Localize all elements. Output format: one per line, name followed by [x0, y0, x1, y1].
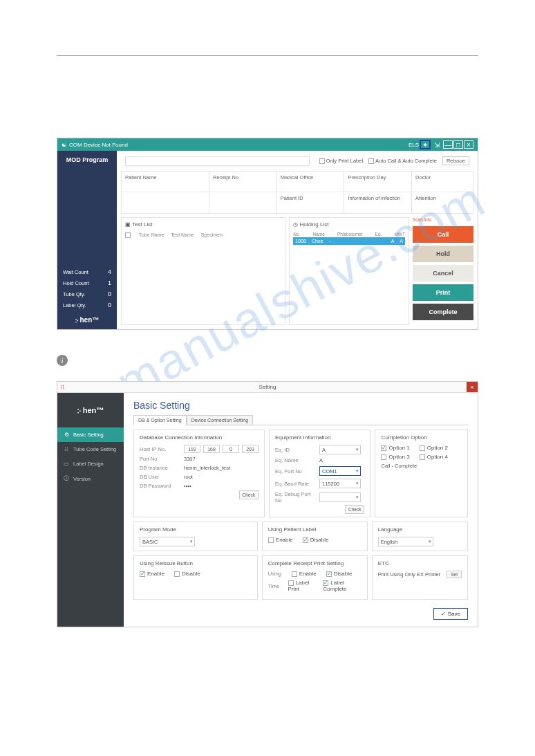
sidebar: MOD Program Wait Count4 Hold Count1 Tube…	[57, 151, 117, 329]
etc-card: ETC Print Using Only EX Printer Set	[372, 555, 468, 600]
select-all-checkbox[interactable]	[125, 232, 131, 238]
nav-label-design[interactable]: ▭Label Design	[57, 457, 124, 471]
info-icon: ⓘ	[63, 475, 70, 482]
holding-list-row[interactable]: 1008Choe-AA	[293, 237, 405, 245]
option3-checkbox[interactable]: Option 3	[381, 454, 409, 460]
db-connection-card: Database Connection Information Host IP …	[133, 430, 265, 517]
receipt-print-card: Complete Receipt Print Setting Using Ena…	[262, 555, 368, 600]
crps-enable-checkbox[interactable]: Enable	[292, 571, 317, 577]
stat-tube: Tube Qty.0	[57, 288, 117, 299]
close-icon[interactable]: ×	[467, 382, 478, 392]
user-value[interactable]: root	[184, 474, 193, 480]
option4-checkbox[interactable]: Option 4	[420, 454, 448, 460]
close-icon[interactable]: ×	[464, 140, 473, 149]
nav-tube-code[interactable]: ⁝⁝Tube Code Setting	[57, 442, 124, 457]
save-button[interactable]: Save	[433, 608, 468, 620]
reissue-button-card: Using Reissue Button Enable Disable	[133, 555, 258, 600]
stat-hold: Hold Count1	[57, 277, 117, 288]
program-mode-select[interactable]: BASIC	[140, 537, 195, 546]
gear-icon[interactable]: ✦	[420, 140, 431, 149]
card-title: Complete Receipt Print Setting	[268, 560, 362, 566]
option2-checkbox[interactable]: Option 2	[420, 445, 448, 451]
action-buttons: Scan info Call Hold Cancel Print Complet…	[413, 217, 473, 325]
language-card: Language English	[372, 522, 468, 551]
infection-info-label: Information of infection	[344, 192, 412, 213]
instance-value[interactable]: henm_interlock_test	[184, 465, 230, 471]
completion-option-card: Completion Option Option 1 Option 2 Opti…	[375, 430, 468, 517]
eq-baud-select[interactable]: 115200	[319, 479, 361, 488]
holding-list-panel: ◷ Holding List No.NamePhlebotometEq.MWT …	[289, 217, 409, 325]
ip-2[interactable]: 168	[203, 445, 220, 453]
info-icon: i	[57, 355, 68, 366]
settings-sidebar: ჻ hen™ ⚙Basic Setting ⁝⁝Tube Code Settin…	[57, 393, 124, 627]
test-list-panel: ▣ Test List Tube NameTest NameSpecimen	[121, 217, 285, 325]
holding-list-title: ◷ Holding List	[293, 221, 405, 228]
reissue-button[interactable]: Reissue	[442, 156, 469, 165]
ip-3[interactable]: 0	[223, 445, 239, 453]
minimize-icon[interactable]: —	[443, 140, 453, 149]
upl-disable-checkbox[interactable]: Disable	[303, 537, 329, 543]
eq-check-button[interactable]: Check	[345, 505, 364, 514]
password-value[interactable]: ••••	[184, 483, 191, 489]
expand-icon[interactable]: ⇲	[431, 140, 442, 149]
urb-disable-checkbox[interactable]: Disable	[174, 571, 200, 577]
upl-enable-checkbox[interactable]: Enable	[268, 537, 293, 543]
window-title: ⁝⁝ Setting ×	[57, 382, 478, 393]
com-status: COM Device Not Found	[69, 142, 128, 148]
program-mode-card: Program Mode BASIC	[133, 522, 258, 551]
port-value[interactable]: 3307	[184, 456, 196, 462]
brand-logo: ჻ hen™	[57, 311, 117, 329]
stat-wait: Wait Count4	[57, 266, 117, 277]
label-print-checkbox[interactable]: Label Print	[288, 580, 317, 592]
crps-disable-checkbox[interactable]: Disable	[326, 571, 353, 577]
brand-logo: ჻ hen™	[57, 393, 124, 427]
label-complete-checkbox[interactable]: Label Complete	[323, 580, 361, 592]
page-title: Basic Setting	[133, 400, 468, 411]
eq-debug-select[interactable]	[319, 492, 361, 502]
doctor-label: Doctor	[412, 172, 473, 192]
patient-name-label: Patient Name	[122, 172, 209, 192]
ip-1[interactable]: 192	[184, 445, 200, 453]
gear-icon: ⚙	[63, 432, 70, 438]
cell-empty2	[209, 192, 277, 213]
card-title: Program Mode	[140, 526, 252, 533]
card-title: Using Patient Label	[268, 526, 362, 533]
db-check-button[interactable]: Check	[239, 490, 259, 499]
only-print-checkbox[interactable]: Only Print Label	[319, 158, 363, 164]
patient-id-label: Patient ID	[277, 192, 345, 213]
urb-enable-checkbox[interactable]: Enable	[140, 571, 165, 577]
complete-button[interactable]: Complete	[413, 304, 473, 320]
cell-empty1	[122, 192, 209, 213]
set-button[interactable]: Set	[447, 571, 462, 578]
print-button[interactable]: Print	[413, 284, 473, 301]
card-title: Database Connection Information	[140, 434, 259, 441]
card-title: Using Reissue Button	[140, 560, 252, 566]
window-icon: ⁝⁝	[60, 384, 64, 391]
tab-device-connection[interactable]: Device Connection Setting	[187, 415, 254, 425]
cancel-button[interactable]: Cancel	[413, 265, 473, 282]
call-button[interactable]: Call	[413, 226, 473, 243]
eq-id-select[interactable]: A	[319, 445, 361, 454]
titlebar-label: ELS	[409, 142, 419, 148]
nav-version[interactable]: ⓘVersion	[57, 471, 124, 486]
maximize-icon[interactable]: □	[453, 140, 463, 149]
tab-db-option[interactable]: DB & Option Setting	[133, 415, 187, 425]
ip-4[interactable]: 203	[242, 445, 259, 453]
auto-checkbox[interactable]: Auto Call & Auto Complete	[368, 158, 437, 164]
scan-info-label: Scan info	[413, 217, 473, 222]
call-complete-label: Call - Complete	[381, 463, 462, 469]
card-title: ETC	[378, 560, 462, 566]
hold-button[interactable]: Hold	[413, 246, 473, 262]
nav-basic-setting[interactable]: ⚙Basic Setting	[57, 427, 124, 442]
option1-checkbox[interactable]: Option 1	[381, 445, 409, 451]
eq-name[interactable]: A	[319, 457, 323, 463]
patient-info-grid: Patient Name Receipt No Madical Office P…	[121, 171, 473, 214]
attention-label: Attention	[412, 192, 473, 213]
eq-port-select[interactable]: COM1	[319, 466, 361, 476]
app-title: MOD Program	[57, 151, 117, 169]
language-select[interactable]: English	[378, 537, 433, 546]
receipt-no-label: Receipt No	[209, 172, 277, 192]
test-list-title: ▣ Test List	[125, 221, 281, 228]
search-input[interactable]	[125, 156, 310, 166]
mod-program-window: ☯ COM Device Not Found ELS ✦ ⇲ — □ × MOD…	[57, 138, 478, 330]
